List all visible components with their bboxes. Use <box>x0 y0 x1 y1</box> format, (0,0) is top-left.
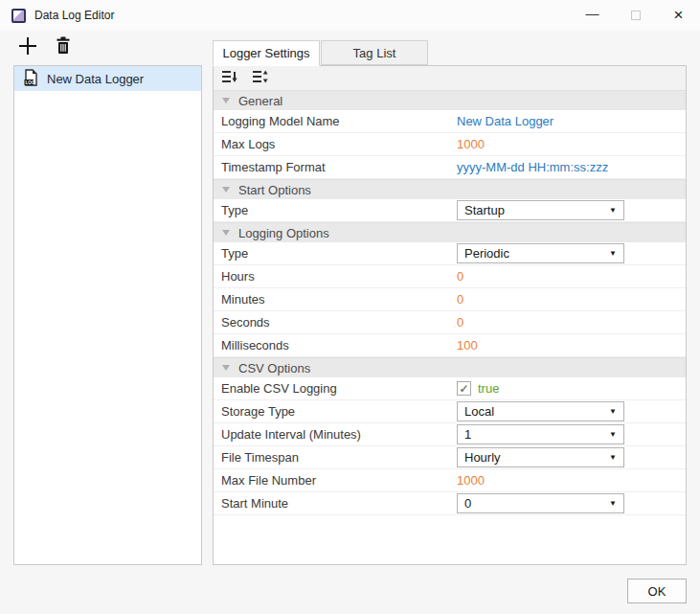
property-label: File Timespan <box>221 450 453 465</box>
tab-tag-list[interactable]: Tag List <box>321 40 428 65</box>
property-value-cell: 0 <box>453 292 686 307</box>
dropdown-arrow-icon: ▼ <box>609 249 617 258</box>
property-value-cell: 0 <box>453 269 686 284</box>
dropdown-type[interactable]: Periodic▼ <box>457 243 624 263</box>
section-header-start-options[interactable]: Start Options <box>214 179 686 199</box>
property-grid: GeneralLogging Model NameNew Data Logger… <box>214 90 686 515</box>
property-row-storage-type: Storage TypeLocal▼ <box>214 400 686 423</box>
checkbox-enable-csv-logging[interactable]: ✓ <box>457 381 471 396</box>
dropdown-arrow-icon: ▼ <box>609 453 617 462</box>
property-panel: GeneralLogging Model NameNew Data Logger… <box>213 65 687 565</box>
property-label: Max File Number <box>221 473 453 488</box>
property-label: Hours <box>221 269 453 284</box>
property-value[interactable]: 100 <box>457 338 478 352</box>
dropdown-type[interactable]: Startup▼ <box>457 200 624 220</box>
expand-categories-button[interactable] <box>251 70 270 87</box>
minimize-button[interactable]: — <box>571 0 614 31</box>
property-value-cell: 1000 <box>453 137 686 151</box>
app-icon <box>11 9 26 23</box>
section-header-general[interactable]: General <box>214 90 686 110</box>
property-row-type: TypeStartup▼ <box>214 199 686 222</box>
dropdown-value: Periodic <box>464 246 509 261</box>
tab-strip: Logger Settings Tag List <box>213 40 429 66</box>
maximize-button[interactable] <box>614 0 657 31</box>
property-value-cell: Periodic▼ <box>453 243 686 263</box>
property-value-cell: 0▼ <box>453 493 686 513</box>
dropdown-value: 1 <box>464 427 471 442</box>
property-value-cell: Startup▼ <box>453 200 686 220</box>
property-value[interactable]: 1000 <box>457 473 485 488</box>
window-controls: — × <box>571 0 700 31</box>
property-label: Storage Type <box>221 404 453 419</box>
property-value[interactable]: New Data Logger <box>457 114 553 128</box>
add-logger-button[interactable] <box>17 36 38 57</box>
collapse-triangle-icon <box>222 98 230 103</box>
logger-list-item[interactable]: LOGNew Data Logger <box>14 66 201 91</box>
section-header-logging-options[interactable]: Logging Options <box>214 222 686 242</box>
delete-logger-button[interactable] <box>53 36 74 57</box>
property-value[interactable]: 0 <box>457 292 463 307</box>
property-row-seconds: Seconds0 <box>214 311 686 334</box>
title-bar: Data Log Editor — × <box>0 0 700 31</box>
property-label: Timestamp Format <box>221 160 453 174</box>
property-value[interactable]: 1000 <box>457 137 485 151</box>
collapse-categories-icon <box>222 70 238 86</box>
dropdown-storage-type[interactable]: Local▼ <box>457 401 624 421</box>
section-title: General <box>238 94 282 108</box>
collapse-triangle-icon <box>222 230 230 236</box>
section-title: CSV Options <box>238 361 310 375</box>
property-row-max-logs: Max Logs1000 <box>214 133 686 156</box>
checkbox-value-label: true <box>478 381 499 396</box>
property-label: Update Interval (Minutes) <box>221 427 453 442</box>
dropdown-arrow-icon: ▼ <box>609 407 617 416</box>
property-row-minutes: Minutes0 <box>214 288 686 311</box>
close-button[interactable]: × <box>657 0 700 31</box>
logger-list: LOGNew Data Logger <box>13 65 202 565</box>
property-value-cell: ✓true <box>453 381 686 396</box>
svg-text:LOG: LOG <box>26 80 35 84</box>
property-value[interactable]: 0 <box>457 269 463 284</box>
dropdown-arrow-icon: ▼ <box>609 499 617 508</box>
dropdown-arrow-icon: ▼ <box>609 430 617 439</box>
property-label: Type <box>221 246 453 261</box>
section-header-csv-options[interactable]: CSV Options <box>214 357 686 377</box>
property-value[interactable]: yyyy-MM-dd HH:mm:ss:zzz <box>457 160 608 174</box>
property-value-cell: 0 <box>453 315 686 330</box>
property-label: Milliseconds <box>221 338 453 352</box>
section-title: Start Options <box>238 183 311 197</box>
property-value-cell: 100 <box>453 338 686 352</box>
property-row-start-minute: Start Minute0▼ <box>214 492 686 515</box>
dropdown-value: Hourly <box>464 450 501 465</box>
property-row-milliseconds: Milliseconds100 <box>214 334 686 357</box>
tab-logger-settings[interactable]: Logger Settings <box>213 40 320 66</box>
dropdown-value: 0 <box>464 496 471 511</box>
dropdown-file-timespan[interactable]: Hourly▼ <box>457 447 624 467</box>
property-label: Type <box>221 203 453 217</box>
property-row-type: TypePeriodic▼ <box>214 242 686 265</box>
ok-button[interactable]: OK <box>627 579 687 603</box>
collapse-triangle-icon <box>222 365 230 371</box>
dropdown-value: Local <box>464 404 494 419</box>
logger-item-label: New Data Logger <box>47 72 144 86</box>
log-file-icon: LOG <box>24 69 38 89</box>
window-title: Data Log Editor <box>34 9 114 22</box>
dropdown-start-minute[interactable]: 0▼ <box>457 493 624 513</box>
property-row-hours: Hours0 <box>214 265 686 288</box>
property-row-max-file-number: Max File Number1000 <box>214 469 686 492</box>
logger-toolbar <box>17 36 74 57</box>
expand-categories-icon <box>253 70 269 86</box>
dropdown-update-interval-minutes[interactable]: 1▼ <box>457 424 624 444</box>
dropdown-arrow-icon: ▼ <box>609 206 617 215</box>
property-label: Minutes <box>221 292 453 307</box>
close-icon: × <box>674 6 684 25</box>
property-value-cell: Hourly▼ <box>453 447 686 467</box>
property-row-update-interval-minutes: Update Interval (Minutes)1▼ <box>214 423 686 446</box>
dropdown-value: Startup <box>464 203 505 217</box>
property-grid-toolbar <box>214 66 686 90</box>
property-value[interactable]: 0 <box>457 315 463 330</box>
property-label: Seconds <box>221 315 453 330</box>
property-row-logging-model-name: Logging Model NameNew Data Logger <box>214 110 686 133</box>
collapse-triangle-icon <box>222 187 230 193</box>
collapse-categories-button[interactable] <box>220 70 239 87</box>
plus-icon <box>18 36 37 58</box>
